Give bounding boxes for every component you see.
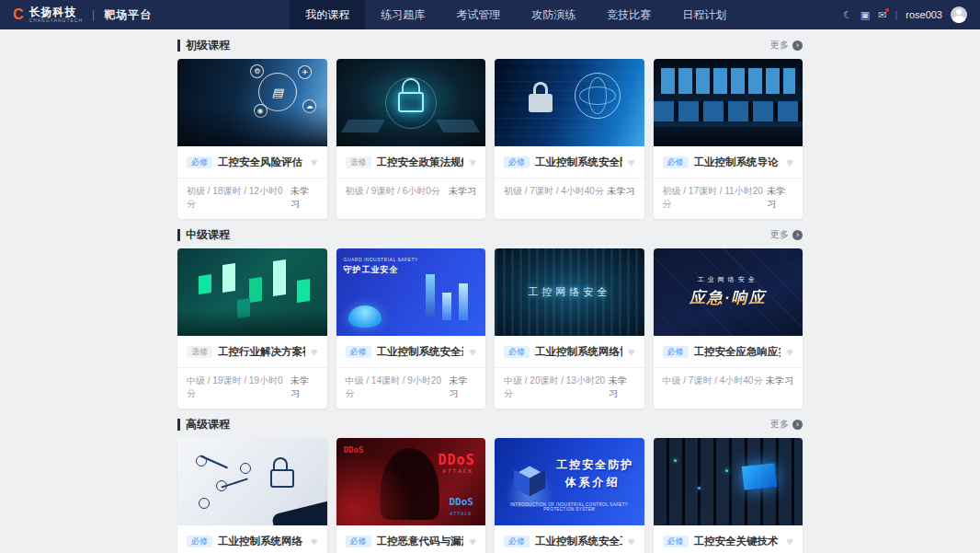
favorite-icon[interactable]: ♥ — [469, 156, 476, 168]
mail-icon[interactable]: ✉ — [878, 10, 886, 20]
app-logo[interactable]: C 长扬科技 CHANGYANGTECH | 靶场平台 — [13, 6, 152, 23]
favorite-icon[interactable]: ♥ — [311, 536, 318, 547]
globe-icon — [575, 73, 621, 119]
favorite-icon[interactable]: ♥ — [628, 156, 635, 168]
nav-tab-exam-management[interactable]: 考试管理 — [440, 0, 516, 29]
badge-elective: 选修 — [346, 156, 371, 168]
course-status: 未学习 — [608, 185, 635, 198]
badge-required: 必修 — [504, 536, 530, 547]
nav-tab-attack-defense[interactable]: 攻防演练 — [516, 0, 591, 29]
thumb-decor — [698, 487, 701, 490]
thumb-decor — [341, 120, 385, 132]
image-caption-en: INTRODUCTION OF INDUSTRIAL CONTROL SAFET… — [501, 502, 639, 512]
brand-mark-icon: C — [13, 7, 24, 22]
brand-name-block: 长扬科技 CHANGYANGTECH — [29, 6, 83, 23]
course-card-grid: ▤ ✈ ☁ ⚙ ◉ 必修 工控安全风险评估 ♥ 初级 / 18课时 / 12小时… — [177, 59, 803, 219]
thumb-decor: ⚙ — [250, 64, 264, 78]
badge-required: 必修 — [504, 156, 530, 168]
course-title: 工业控制系统网络 — [218, 535, 305, 548]
more-button[interactable]: 更多 › — [770, 39, 803, 52]
nav-tab-my-courses[interactable]: 我的课程 — [290, 0, 365, 29]
thumb-decor — [297, 279, 310, 303]
course-meta: 中级 / 20课时 / 13小时20分 — [504, 374, 609, 400]
course-card[interactable]: DDoS DDoS ATTACK DDoS ATTACK 必修 工控恶意代码与漏… — [336, 438, 486, 553]
image-caption-top: 工业网络安全 — [654, 275, 803, 284]
course-status: 未学习 — [449, 185, 476, 198]
course-card[interactable]: 工业网络安全 应急·响应 必修 工控安全应急响应实践 ♥ 中级 / 7课时 / … — [654, 248, 803, 409]
image-caption: 应急·响应 — [654, 287, 803, 308]
nav-tab-schedule[interactable]: 日程计划 — [667, 0, 742, 29]
favorite-icon[interactable]: ♥ — [786, 156, 793, 168]
course-title: 工控恶意代码与漏洞研究 — [377, 535, 464, 548]
favorite-icon[interactable]: ♥ — [469, 536, 476, 547]
favorite-icon[interactable]: ♥ — [469, 346, 476, 358]
brand-subtitle: CHANGYANGTECH — [29, 18, 83, 23]
theme-moon-icon[interactable]: ☾ — [843, 10, 852, 20]
thumb-decor — [426, 274, 435, 318]
thumb-decor — [654, 101, 803, 122]
course-card[interactable]: 工控安全防护 体系介绍 INTRODUCTION OF INDUSTRIAL C… — [495, 438, 644, 553]
course-card[interactable]: 必修 工业控制系统网络 ♥ 高级 / 12课时 / 8小时0分 未学习 — [177, 438, 327, 553]
image-caption-line1: 工控安全防护 — [556, 457, 633, 473]
course-status: 未学习 — [291, 185, 318, 211]
course-card[interactable]: 选修 工控行业解决方案视频... ♥ 中级 / 19课时 / 19小时0分 未学… — [177, 248, 327, 409]
thumb-decor — [249, 277, 262, 303]
course-title: 工业控制系统网络协议... — [535, 345, 622, 359]
badge-required: 必修 — [663, 156, 689, 168]
course-card[interactable]: ▤ ✈ ☁ ⚙ ◉ 必修 工控安全风险评估 ♥ 初级 / 18课时 / 12小时… — [177, 59, 327, 219]
course-meta: 中级 / 14课时 / 9小时20分 — [346, 374, 450, 400]
product-name: 靶场平台 — [104, 7, 152, 23]
course-card[interactable]: 必修 工业控制系统导论 ♥ 初级 / 17课时 / 11小时20分 未学习 — [654, 59, 803, 219]
course-title: 工控安全政策法规解读 — [377, 156, 464, 169]
course-meta: 初级 / 7课时 / 4小时40分 — [504, 185, 604, 198]
course-title: 工业控制系统安全工程 — [535, 535, 622, 548]
course-card[interactable]: 选修 工控安全政策法规解读 ♥ 初级 / 9课时 / 6小时0分 未学习 — [336, 59, 486, 219]
main-nav: 我的课程 练习题库 考试管理 攻防演练 竞技比赛 日程计划 — [290, 0, 742, 29]
thumb-decor — [240, 463, 251, 474]
thumb-decor — [199, 274, 211, 294]
course-status: 未学习 — [767, 185, 793, 211]
username[interactable]: rose003 — [906, 9, 942, 20]
thumb-decor — [741, 463, 777, 490]
favorite-icon[interactable]: ♥ — [786, 346, 793, 358]
course-card[interactable]: 必修 工控安全关键技术 ♥ 高级 / 39课时 / 26小时0分 未学习 — [654, 438, 803, 553]
more-label: 更多 — [770, 418, 789, 431]
thumb-decor — [436, 120, 480, 132]
more-button[interactable]: 更多 › — [770, 228, 803, 241]
course-card[interactable]: 工控网络安全 必修 工业控制系统网络协议... ♥ 中级 / 20课时 / 13… — [495, 248, 644, 409]
badge-required: 必修 — [346, 346, 371, 358]
favorite-icon[interactable]: ♥ — [786, 536, 793, 547]
user-avatar[interactable] — [951, 6, 967, 23]
course-thumbnail-emergency-response: 工业网络安全 应急·响应 — [654, 248, 803, 336]
course-card[interactable]: GUARD INDUSTRIAL SAFETY 守护工业安全 必修 工业控制系统… — [336, 248, 486, 409]
course-thumbnail-city-network: ▤ ✈ ☁ ⚙ ◉ — [177, 59, 327, 146]
image-caption-en: GUARD INDUSTRIAL SAFETY — [344, 257, 418, 262]
course-meta: 中级 / 7课时 / 4小时40分 — [663, 374, 763, 387]
course-meta: 初级 / 18课时 / 12小时0分 — [187, 185, 291, 211]
course-title: 工控安全关键技术 — [694, 535, 781, 548]
favorite-icon[interactable]: ♥ — [628, 536, 635, 547]
badge-required: 必修 — [346, 536, 371, 547]
course-content: 初级课程 更多 › ▤ ✈ ☁ ⚙ ◉ 必修 工控安全风险评估 ♥ 初级 / 1… — [177, 39, 803, 553]
section-title: 中级课程 — [177, 229, 230, 241]
badge-required: 必修 — [504, 346, 530, 358]
nav-tab-competition[interactable]: 竞技比赛 — [591, 0, 667, 29]
thumb-decor — [237, 298, 250, 318]
apps-icon[interactable]: ▣ — [860, 10, 870, 20]
section-header-advanced: 高级课程 更多 › — [177, 418, 803, 431]
more-arrow-icon: › — [792, 40, 803, 51]
image-caption-sub: ATTACK — [442, 467, 473, 474]
course-thumbnail-ddos-attack: DDoS DDoS ATTACK DDoS ATTACK — [336, 438, 486, 525]
more-label: 更多 — [770, 39, 789, 52]
favorite-icon[interactable]: ♥ — [311, 346, 318, 358]
more-button[interactable]: 更多 › — [770, 418, 803, 431]
thumb-decor — [459, 283, 468, 320]
favorite-icon[interactable]: ♥ — [311, 156, 318, 168]
course-card[interactable]: 必修 工业控制系统安全防护 ♥ 初级 / 7课时 / 4小时40分 未学习 — [495, 59, 644, 219]
course-status: 未学习 — [766, 374, 793, 387]
badge-elective: 选修 — [187, 346, 212, 358]
favorite-icon[interactable]: ♥ — [628, 346, 635, 358]
nav-tab-exercise-bank[interactable]: 练习题库 — [365, 0, 440, 29]
thumb-decor — [348, 305, 382, 328]
section-header-beginner: 初级课程 更多 › — [177, 39, 803, 52]
